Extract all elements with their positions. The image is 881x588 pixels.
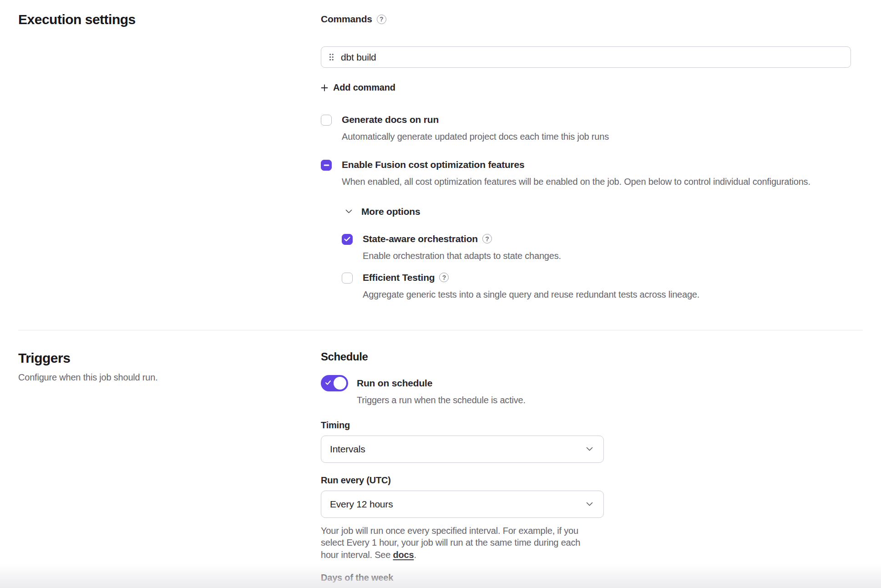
toggle-check-icon [325,380,331,385]
execution-settings-title: Execution settings [18,12,321,27]
fusion-sub-options: State-aware orchestration ? Enable orche… [342,233,863,300]
interval-help-line3-text: hour interval. See [321,550,393,560]
state-aware-help-icon[interactable]: ? [482,234,492,243]
chevron-down-icon [586,502,593,506]
state-aware-option: State-aware orchestration ? Enable orche… [342,233,863,261]
efficient-testing-label[interactable]: Efficient Testing [363,272,435,283]
run-on-schedule-toggle[interactable] [321,375,348,391]
fusion-option: Enable Fusion cost optimization features… [321,159,863,187]
efficient-testing-option: Efficient Testing ? Aggregate generic te… [342,272,863,300]
timing-select-value: Intervals [330,444,365,455]
run-every-select[interactable]: Every 12 hours [321,491,604,518]
add-command-label: Add command [333,82,395,93]
efficient-testing-help-icon[interactable]: ? [439,273,449,282]
state-aware-checkbox[interactable] [342,234,353,245]
interval-help-line1: Your job will run once every specified i… [321,525,863,537]
more-options-expander[interactable]: More options [345,206,863,217]
run-on-schedule-description: Triggers a run when the schedule is acti… [357,395,863,406]
run-every-label: Run every (UTC) [321,475,863,486]
state-aware-description: Enable orchestration that adapts to stat… [363,251,863,261]
toggle-knob [334,377,346,390]
docs-link[interactable]: docs [393,550,414,560]
fusion-label[interactable]: Enable Fusion cost optimization features [342,159,525,170]
drag-handle-icon[interactable] [329,53,334,61]
interval-help-text: Your job will run once every specified i… [321,525,863,561]
plus-icon [321,84,328,91]
command-input[interactable]: dbt build [321,46,851,68]
schedule-heading: Schedule [321,350,863,363]
state-aware-label[interactable]: State-aware orchestration [363,233,478,244]
generate-docs-description: Automatically generate updated project d… [342,132,863,142]
triggers-right-column: Schedule Run on schedule Triggers a run … [321,350,863,588]
run-on-schedule-label[interactable]: Run on schedule [357,378,863,389]
add-command-button[interactable]: Add command [321,82,395,93]
chevron-down-icon [586,447,593,451]
timing-select[interactable]: Intervals [321,436,604,463]
efficient-testing-checkbox[interactable] [342,273,353,284]
generate-docs-option: Generate docs on run Automatically gener… [321,114,863,142]
chevron-down-icon [345,209,352,213]
more-options-label: More options [361,206,420,217]
run-every-select-value: Every 12 hours [330,499,393,510]
commands-label: Commands [321,14,372,25]
triggers-section: Triggers Configure when this job should … [0,330,881,588]
execution-left-column: Execution settings [18,12,321,300]
execution-right-column: Commands ? dbt build Add command Genera [321,12,863,300]
commands-help-icon[interactable]: ? [377,15,386,24]
triggers-left-column: Triggers Configure when this job should … [18,350,321,588]
execution-settings-section: Execution settings Commands ? dbt build … [0,0,881,330]
timing-label: Timing [321,420,863,431]
interval-help-line2: select Every 1 hour, your job will run a… [321,537,863,549]
run-on-schedule-row: Run on schedule Triggers a run when the … [321,375,863,406]
fusion-description: When enabled, all cost optimization feat… [342,177,863,187]
triggers-subtitle: Configure when this job should run. [18,372,321,383]
interval-help-line3-period: . [414,550,416,560]
fusion-checkbox[interactable] [321,160,332,171]
days-of-week-label: Days of the week [321,573,863,583]
interval-help-line3: hour interval. See docs. [321,549,863,561]
efficient-testing-description: Aggregate generic tests into a single qu… [363,289,863,300]
commands-label-row: Commands ? [321,14,863,25]
generate-docs-label[interactable]: Generate docs on run [342,114,439,125]
generate-docs-checkbox[interactable] [321,115,332,126]
triggers-title: Triggers [18,350,321,366]
command-value: dbt build [341,52,376,63]
